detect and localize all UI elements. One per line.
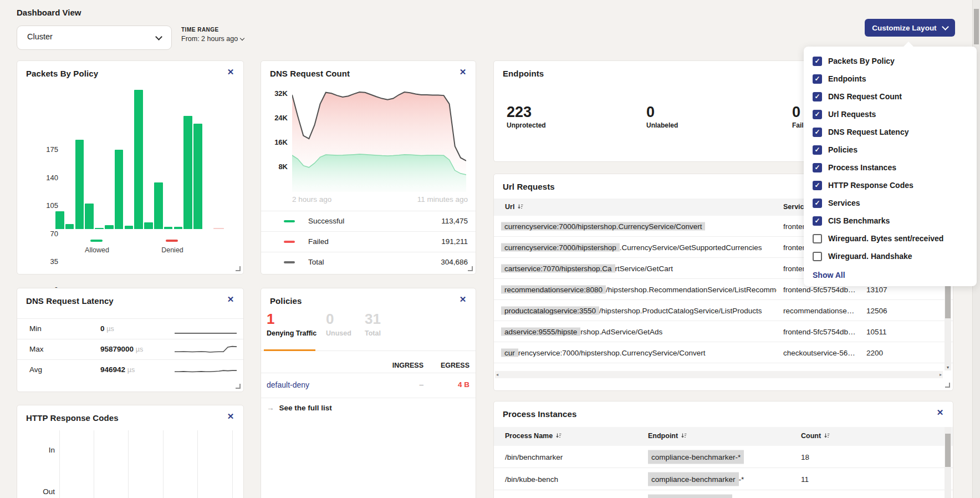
tab-denying-traffic[interactable]: 1 Denying Traffic bbox=[267, 311, 317, 337]
menu-item-label: Wireguard. Handshake bbox=[828, 252, 912, 261]
checkbox-checked-icon[interactable]: ✓ bbox=[813, 110, 822, 119]
resize-handle-icon[interactable] bbox=[945, 383, 950, 388]
policies-card: Policies 1 Denying Traffic 0 Unused 31 T… bbox=[261, 288, 476, 498]
checkbox-checked-icon[interactable]: ✓ bbox=[813, 128, 822, 137]
bar bbox=[193, 124, 202, 229]
see-full-list-link[interactable]: See the full list bbox=[267, 404, 332, 412]
url-highlight: recommendationservice:8080 bbox=[501, 285, 606, 293]
url-highlight: adservice:9555/hipste bbox=[501, 327, 580, 336]
card-title: HTTP Response Codes bbox=[26, 413, 119, 423]
dashboard-page: Dashboard View Cluster TIME RANGE From: … bbox=[0, 0, 980, 498]
time-range-from[interactable]: From: 2 hours ago bbox=[181, 35, 244, 43]
gridline bbox=[197, 430, 198, 498]
count-cell: 2200 bbox=[866, 348, 883, 357]
close-icon[interactable] bbox=[458, 67, 468, 77]
checkbox-checked-icon[interactable]: ✓ bbox=[813, 216, 822, 226]
menu-item[interactable]: ✓Policies bbox=[804, 141, 977, 159]
checkbox-checked-icon[interactable]: ✓ bbox=[813, 74, 822, 84]
total-legend-swatch bbox=[284, 261, 295, 263]
checkbox-checked-icon[interactable]: ✓ bbox=[813, 199, 822, 208]
checkbox-checked-icon[interactable]: ✓ bbox=[813, 92, 822, 101]
checkbox-checked-icon[interactable]: ✓ bbox=[813, 145, 822, 155]
card-title: Policies bbox=[270, 296, 302, 306]
menu-item[interactable]: ✓HTTP Response Codes bbox=[804, 176, 977, 194]
y-tick: 35 bbox=[33, 257, 58, 266]
close-icon[interactable] bbox=[458, 294, 468, 304]
scroll-left-icon[interactable] bbox=[496, 372, 498, 377]
tab-total[interactable]: 31 Total bbox=[365, 311, 381, 337]
tab-label: Unused bbox=[326, 329, 351, 337]
menu-item[interactable]: ✓DNS Request Count bbox=[804, 88, 977, 105]
resize-handle-icon[interactable] bbox=[236, 384, 241, 389]
table-horizontal-scrollbar[interactable] bbox=[495, 371, 943, 378]
checkbox-checked-icon[interactable]: ✓ bbox=[813, 181, 822, 190]
scrollbar-thumb[interactable] bbox=[945, 434, 951, 467]
sort-header-count[interactable]: Count bbox=[801, 432, 830, 440]
gridline bbox=[163, 430, 164, 498]
denied-axis-marker bbox=[166, 240, 178, 242]
gridline bbox=[128, 430, 129, 498]
legend-row: Failed 191,211 bbox=[261, 231, 476, 252]
card-title: Endpoints bbox=[503, 69, 544, 78]
url-cell: currencyservice:7000/hipstershop.Currenc… bbox=[501, 222, 777, 230]
resize-handle-icon[interactable] bbox=[468, 266, 473, 271]
checkbox-checked-icon[interactable]: ✓ bbox=[813, 57, 822, 66]
menu-item[interactable]: ✓Url Requests bbox=[804, 105, 977, 123]
menu-item[interactable]: Wireguard. Handshake bbox=[804, 247, 977, 265]
url-rest: rtService/GetCart bbox=[615, 264, 673, 272]
close-icon[interactable] bbox=[935, 408, 945, 418]
scroll-down-icon[interactable] bbox=[945, 365, 951, 370]
bar bbox=[164, 227, 173, 229]
legend-label: Failed bbox=[308, 237, 329, 246]
close-icon[interactable] bbox=[226, 411, 236, 421]
scrollbar-thumb[interactable] bbox=[945, 282, 951, 318]
checkbox-checked-icon[interactable]: ✓ bbox=[813, 163, 822, 172]
denied-axis-label: Denied bbox=[150, 246, 195, 254]
sort-header-process-name[interactable]: Process Name bbox=[505, 432, 562, 440]
legend-label: Successful bbox=[308, 217, 344, 225]
min-sparkline bbox=[175, 323, 237, 336]
close-icon[interactable] bbox=[226, 294, 236, 304]
table-row: benchmarkercompliance-benchmarker-*9 bbox=[494, 490, 953, 498]
sort-header-endpoint[interactable]: Endpoint bbox=[648, 432, 687, 440]
url-rest: rencyservice:7000/hipstershop.CurrencySe… bbox=[518, 348, 706, 357]
table-row: /bin/kube-benchcompliance-benchmarker-*1… bbox=[494, 468, 953, 490]
legend-value: 113,475 bbox=[441, 217, 468, 225]
policy-ingress-value: – bbox=[377, 380, 423, 389]
url-highlight: currencyservice:7000/hipstershop bbox=[501, 243, 620, 251]
policy-name-link[interactable]: default-deny bbox=[267, 380, 309, 389]
menu-item[interactable]: ✓Endpoints bbox=[804, 70, 977, 88]
menu-item[interactable]: ✓Services bbox=[804, 194, 977, 212]
menu-item[interactable]: ✓Process Instances bbox=[804, 159, 977, 176]
menu-item[interactable]: ✓DNS Request Latency bbox=[804, 123, 977, 141]
resize-handle-icon[interactable] bbox=[236, 266, 241, 271]
service-cell: frontend-5fc5754db… bbox=[783, 285, 856, 293]
tab-unused[interactable]: 0 Unused bbox=[326, 311, 351, 337]
checkbox-unchecked-icon[interactable] bbox=[813, 252, 822, 261]
bar bbox=[65, 224, 74, 229]
process-table-body: /bin/benchmarkercompliance-benchmarker-*… bbox=[494, 446, 953, 498]
latency-label: Min bbox=[29, 324, 42, 333]
endpoint-cell: compliance-benchmarker-* bbox=[648, 453, 744, 461]
menu-item[interactable]: ✓CIS Benchmarks bbox=[804, 212, 977, 230]
latency-unit: µs bbox=[127, 366, 135, 374]
scrollbar-thumb[interactable] bbox=[974, 9, 979, 44]
sort-icon bbox=[555, 433, 562, 439]
table-row: adservice:9555/hipstershop.AdService/Get… bbox=[494, 321, 953, 342]
table-vertical-scrollbar[interactable] bbox=[945, 427, 951, 498]
legend-value: 191,211 bbox=[441, 237, 468, 246]
bar bbox=[134, 90, 143, 229]
checkbox-unchecked-icon[interactable] bbox=[813, 234, 822, 243]
menu-item[interactable]: ✓Packets By Policy bbox=[804, 52, 977, 70]
latency-unit: µs bbox=[106, 325, 114, 333]
scroll-right-icon[interactable] bbox=[940, 372, 942, 377]
card-title: Process Instances bbox=[503, 409, 576, 419]
endpoint-cell: compliance-benchmarker-* bbox=[648, 475, 744, 483]
sort-header-url[interactable]: Url bbox=[505, 203, 523, 211]
customize-layout-button[interactable]: Customize Layout bbox=[865, 19, 955, 37]
show-all-link[interactable]: Show All bbox=[813, 271, 977, 280]
url-cell: productcatalogservice:3550/hipstershop.P… bbox=[501, 306, 777, 314]
view-select[interactable]: Cluster bbox=[17, 26, 172, 50]
menu-item[interactable]: Wireguard. Bytes sent/received bbox=[804, 230, 977, 247]
menu-item-label: DNS Request Latency bbox=[828, 128, 908, 136]
